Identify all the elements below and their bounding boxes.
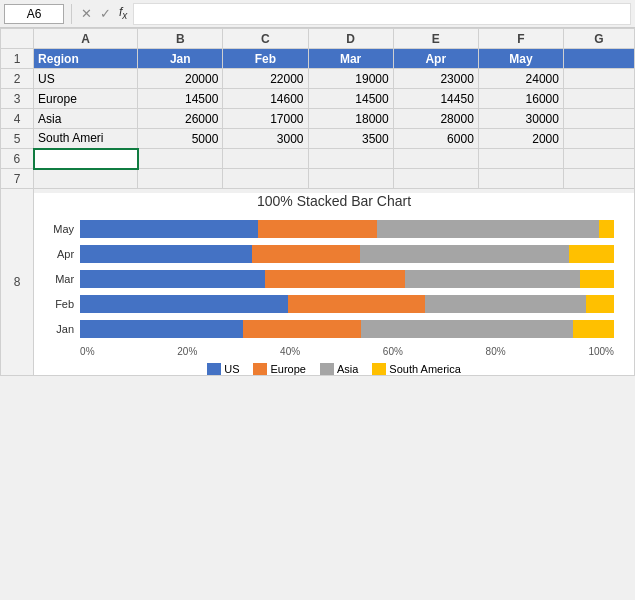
bar-seg-south-america [573,320,614,338]
cell-c1[interactable]: Feb [223,49,308,69]
bar-seg-us [80,270,264,288]
cell-c4[interactable]: 17000 [223,109,308,129]
cell-g5[interactable] [563,129,634,149]
col-header-f[interactable]: F [478,29,563,49]
cell-f3[interactable]: 16000 [478,89,563,109]
cell-c6[interactable] [223,149,308,169]
row-num-3: 3 [1,89,34,109]
cell-d6[interactable] [308,149,393,169]
legend-item-south-america: South America [372,363,461,375]
cell-f6[interactable] [478,149,563,169]
bar-seg-us [80,245,252,263]
cell-a4[interactable]: Asia [34,109,138,129]
row-num-1: 1 [1,49,34,69]
formula-input[interactable] [133,3,631,25]
cell-d3[interactable]: 14500 [308,89,393,109]
bar-seg-europe [252,245,360,263]
cell-g3[interactable] [563,89,634,109]
cell-e7[interactable] [393,169,478,189]
table-row: 5 South Ameri 5000 3000 3500 6000 2000 [1,129,635,149]
cell-g6[interactable] [563,149,634,169]
cell-b6[interactable] [138,149,223,169]
chart-title: 100% Stacked Bar Chart [34,193,634,209]
cell-b4[interactable]: 26000 [138,109,223,129]
cell-e4[interactable]: 28000 [393,109,478,129]
bar-track [80,295,614,313]
cell-e5[interactable]: 6000 [393,129,478,149]
chart-area: 100% Stacked Bar Chart May Apr Mar [34,193,634,375]
cell-b3[interactable]: 14500 [138,89,223,109]
bar-track [80,270,614,288]
bar-seg-south-america [569,245,614,263]
cell-e3[interactable]: 14450 [393,89,478,109]
bar-seg-europe [265,270,406,288]
legend-label-asia: Asia [337,363,358,375]
cell-f1[interactable]: May [478,49,563,69]
bar-seg-south-america [586,295,614,313]
x-label-80: 80% [486,346,506,357]
col-header-c[interactable]: C [223,29,308,49]
cell-a7[interactable] [34,169,138,189]
cell-a2[interactable]: US [34,69,138,89]
cell-g2[interactable] [563,69,634,89]
col-header-a[interactable]: A [34,29,138,49]
legend-item-asia: Asia [320,363,358,375]
row-num-8: 8 [1,189,34,376]
legend-label-south-america: South America [389,363,461,375]
confirm-icon[interactable]: ✓ [98,6,113,21]
cell-d1[interactable]: Mar [308,49,393,69]
cancel-icon[interactable]: ✕ [79,6,94,21]
cell-a3[interactable]: Europe [34,89,138,109]
formula-bar: ✕ ✓ fx [0,0,635,28]
separator [71,4,72,24]
data-table: A B C D E F G 1 Region Jan Feb Mar Apr M… [0,28,635,376]
cell-c5[interactable]: 3000 [223,129,308,149]
cell-e2[interactable]: 23000 [393,69,478,89]
x-axis: 0% 20% 40% 60% 80% 100% [42,346,614,357]
bar-seg-asia [425,295,585,313]
cell-e6[interactable] [393,149,478,169]
bar-seg-south-america [599,220,614,238]
cell-d7[interactable] [308,169,393,189]
cell-c2[interactable]: 22000 [223,69,308,89]
table-row: 7 [1,169,635,189]
cell-d5[interactable]: 3500 [308,129,393,149]
cell-a5[interactable]: South Ameri [34,129,138,149]
cell-d2[interactable]: 19000 [308,69,393,89]
chart-cell: 100% Stacked Bar Chart May Apr Mar [34,189,635,376]
bar-label: Feb [42,298,74,310]
col-header-e[interactable]: E [393,29,478,49]
fx-icon[interactable]: fx [117,5,129,21]
cell-c7[interactable] [223,169,308,189]
bar-seg-asia [405,270,580,288]
col-header-g[interactable]: G [563,29,634,49]
cell-d4[interactable]: 18000 [308,109,393,129]
cell-g1[interactable] [563,49,634,69]
cell-b1[interactable]: Jan [138,49,223,69]
col-header-d[interactable]: D [308,29,393,49]
formula-icons: ✕ ✓ fx [79,5,129,21]
legend-color-europe [253,363,267,375]
cell-f4[interactable]: 30000 [478,109,563,129]
cell-g7[interactable] [563,169,634,189]
bar-label: Jan [42,323,74,335]
bar-seg-us [80,320,243,338]
cell-f7[interactable] [478,169,563,189]
cell-e1[interactable]: Apr [393,49,478,69]
cell-b7[interactable] [138,169,223,189]
row-num-7: 7 [1,169,34,189]
cell-f2[interactable]: 24000 [478,69,563,89]
cell-b2[interactable]: 20000 [138,69,223,89]
cell-a1[interactable]: Region [34,49,138,69]
cell-b5[interactable]: 5000 [138,129,223,149]
cell-a6[interactable] [34,149,138,169]
cell-reference-box[interactable] [4,4,64,24]
legend-item-us: US [207,363,239,375]
bar-seg-us [80,295,288,313]
row-num-5: 5 [1,129,34,149]
bar-seg-us [80,220,258,238]
cell-c3[interactable]: 14600 [223,89,308,109]
cell-g4[interactable] [563,109,634,129]
col-header-b[interactable]: B [138,29,223,49]
cell-f5[interactable]: 2000 [478,129,563,149]
